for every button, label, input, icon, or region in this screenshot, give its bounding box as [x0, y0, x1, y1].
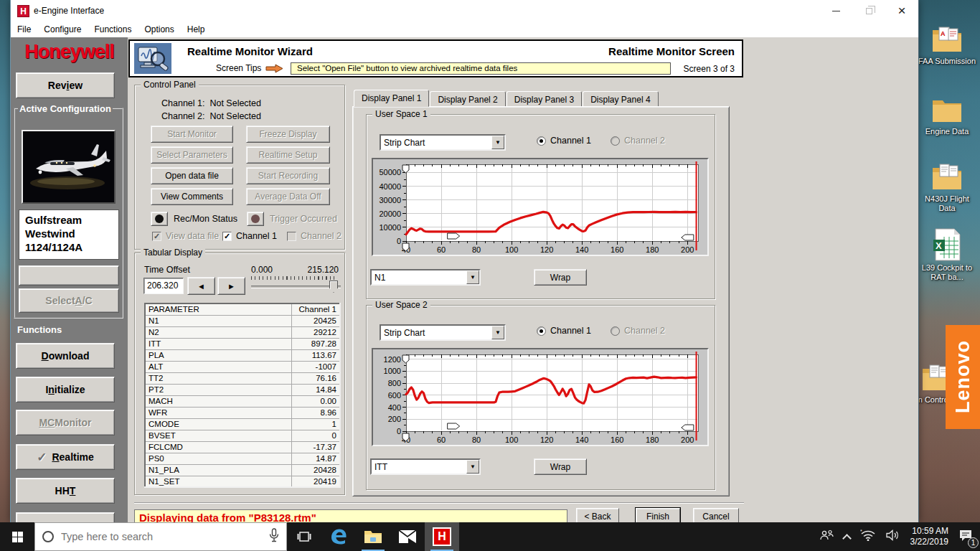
mc-monitor-button[interactable]: MC Monitor: [16, 410, 115, 435]
review-button[interactable]: Review: [16, 72, 115, 98]
desktop-icon-faa-submission[interactable]: AFAA Submission: [917, 17, 977, 66]
notification-count-badge: 1: [968, 537, 979, 548]
svg-text:140: 140: [575, 435, 588, 444]
search-input[interactable]: [61, 531, 269, 542]
chevron-down-icon[interactable]: ▼: [491, 326, 504, 339]
svg-text:140: 140: [575, 245, 588, 254]
svg-text:1000: 1000: [384, 367, 401, 375]
start-button[interactable]: [0, 522, 34, 551]
strip-chart-1[interactable]: 0100002000030000400005000040608010012014…: [372, 158, 709, 256]
cancel-button[interactable]: Cancel: [693, 508, 739, 522]
radio-icon[interactable]: [611, 136, 620, 146]
desktop-icon-engine-data[interactable]: Engine Data: [917, 88, 977, 136]
slider-tick-marks: [251, 276, 334, 280]
channel1-radio-1[interactable]: Channel 1: [537, 136, 591, 146]
realtime-button[interactable]: ✓Realtime: [16, 444, 115, 470]
chart-type-select-1[interactable]: Strip Chart ▼: [380, 134, 506, 151]
start-monitor-button[interactable]: Start Monitor: [151, 126, 233, 143]
mail-icon[interactable]: [390, 522, 425, 551]
select-parameters-button[interactable]: Select Parameters: [151, 146, 233, 164]
microphone-icon[interactable]: [269, 528, 279, 545]
checkbox-view-data-file[interactable]: ✓View data file: [152, 231, 219, 241]
tab-display-panel-3[interactable]: Display Panel 3: [507, 91, 582, 107]
aircraft-photo: [22, 130, 116, 204]
select-ac-button[interactable]: Select A/C: [19, 288, 119, 313]
realtime-setup-button[interactable]: Realtime Setup: [246, 146, 330, 164]
column-header-parameter: PARAMETER: [145, 303, 291, 315]
time-slider-thumb[interactable]: [329, 281, 338, 293]
parameter-select-1[interactable]: N1 ▼: [370, 269, 481, 286]
checkbox-channel-2[interactable]: Channel 2: [287, 231, 341, 241]
desktop-icon-l39-cockpit-to-rat-ba[interactable]: XL39 Cockpit to RAT ba...: [917, 224, 977, 282]
step-forward-button[interactable]: ►: [217, 277, 245, 295]
channel1-radio-2[interactable]: Channel 1: [537, 326, 591, 336]
screen-tips-label: Screen Tips: [216, 63, 261, 73]
menu-help[interactable]: Help: [181, 23, 212, 36]
table-row: TT276.16: [145, 372, 340, 384]
tray-expand-icon[interactable]: [842, 534, 852, 543]
e-engine-app-icon[interactable]: H: [425, 522, 459, 551]
minimize-icon: [832, 11, 840, 11]
step-back-button[interactable]: ◄: [187, 277, 215, 295]
time-offset-field[interactable]: 206.320: [143, 278, 184, 294]
wrap-button-1[interactable]: Wrap: [534, 269, 587, 286]
taskbar-clock[interactable]: 10:59 AM 3/22/2019: [910, 526, 948, 547]
parameter-select-2[interactable]: ITT ▼: [370, 458, 481, 475]
close-button[interactable]: ×: [885, 0, 918, 22]
tab-display-panel-2[interactable]: Display Panel 2: [430, 91, 505, 107]
hht-button[interactable]: HHT: [16, 478, 115, 504]
chart-type-select-2[interactable]: Strip Chart ▼: [380, 324, 506, 341]
view-comments-button[interactable]: View Comments: [151, 188, 233, 205]
initialize-button[interactable]: Initialize: [16, 377, 115, 402]
wizard-screen-name: Realtime Monitor Screen: [608, 45, 735, 57]
desktop-icon-n430j-flight-data[interactable]: N430J Flight Data: [917, 155, 977, 213]
radio-icon[interactable]: [611, 326, 620, 336]
app-window: H e-Engine Interface × FileConfigureFunc…: [10, 0, 919, 522]
restore-button[interactable]: [852, 0, 885, 22]
partial-button[interactable]: [16, 512, 115, 522]
param-name: ALT: [145, 361, 291, 372]
channel2-radio-1[interactable]: Channel 2: [611, 136, 665, 146]
taskbar-search[interactable]: [34, 522, 287, 551]
checkbox-icon[interactable]: ✓: [222, 232, 232, 241]
time-offset-label: Time Offset: [144, 265, 190, 275]
minimize-button[interactable]: [819, 0, 852, 22]
display-panel-tabs: Display Panel 1Display Panel 2Display Pa…: [354, 90, 659, 107]
file-explorer-icon[interactable]: [356, 522, 390, 551]
strip-chart-2[interactable]: 0200400600800100012004060801001201401601…: [372, 348, 709, 446]
channel2-radio-2[interactable]: Channel 2: [611, 326, 665, 336]
task-view-button[interactable]: [287, 522, 321, 551]
checkbox-icon[interactable]: [287, 232, 296, 241]
chevron-down-icon[interactable]: ▼: [491, 136, 504, 149]
back-button[interactable]: < Back: [576, 508, 619, 522]
menu-options[interactable]: Options: [138, 23, 180, 36]
wrap-button-2[interactable]: Wrap: [534, 458, 587, 475]
checkbox-icon[interactable]: ✓: [152, 232, 161, 241]
param-value: -1007: [291, 361, 340, 372]
people-icon[interactable]: [819, 529, 834, 544]
start-recording-button[interactable]: Start Recording: [246, 167, 330, 184]
chevron-down-icon[interactable]: ▼: [466, 460, 479, 474]
active-configuration-title: Active Configuration: [18, 103, 113, 114]
average-data-off-button[interactable]: Average Data Off: [246, 188, 330, 205]
time-slider-track[interactable]: [251, 286, 341, 288]
checkbox-channel-1[interactable]: ✓Channel 1: [222, 231, 277, 241]
menu-configure[interactable]: Configure: [37, 23, 88, 36]
open-data-file-button[interactable]: Open data file: [151, 167, 233, 184]
tab-display-panel-4[interactable]: Display Panel 4: [583, 91, 658, 107]
chevron-down-icon[interactable]: ▼: [466, 270, 479, 284]
param-value: 897.28: [291, 338, 340, 349]
tab-display-panel-1[interactable]: Display Panel 1: [354, 90, 429, 107]
table-row: ITT897.28: [145, 338, 340, 349]
radio-icon[interactable]: [537, 326, 546, 336]
edge-browser-icon[interactable]: [321, 522, 356, 551]
notification-center-icon[interactable]: 1: [958, 529, 973, 545]
menu-file[interactable]: File: [11, 23, 37, 36]
wifi-icon[interactable]: *: [860, 529, 876, 544]
volume-icon[interactable]: [886, 529, 900, 544]
freeze-display-button[interactable]: Freeze Display: [246, 126, 330, 143]
download-button[interactable]: Download: [16, 343, 115, 369]
menu-functions[interactable]: Functions: [88, 23, 138, 36]
radio-icon[interactable]: [537, 136, 546, 146]
finish-button[interactable]: Finish: [636, 508, 680, 522]
